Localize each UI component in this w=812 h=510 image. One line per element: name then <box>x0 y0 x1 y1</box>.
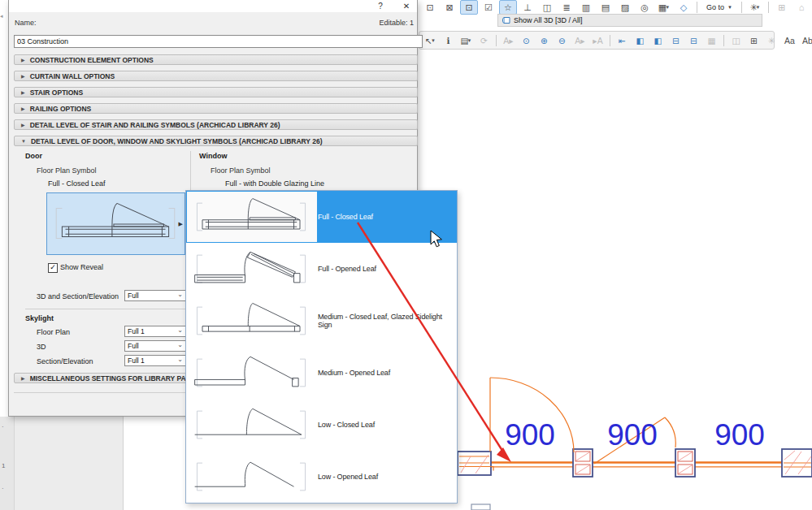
image-dropdown-icon[interactable]: ▦▼ <box>655 0 673 15</box>
find-replace-icon[interactable]: Ab <box>799 33 812 48</box>
toolbar-separator <box>610 35 610 46</box>
skylight-combo-2[interactable]: Full 1 ⌄ <box>124 355 186 366</box>
group-elements-icon[interactable]: ◫ <box>538 0 556 15</box>
select-next-icon[interactable]: A▸ <box>571 33 588 48</box>
dropdown-caret-icon: ▼ <box>665 5 670 10</box>
wall-block-right <box>782 449 812 477</box>
schedule-table-icon[interactable]: ⊞ <box>745 33 762 48</box>
section-bar-3[interactable]: ▶ RAILING OPTIONS <box>14 103 418 114</box>
hatch-icon[interactable]: ▨ <box>616 0 634 15</box>
dashed-grid-icon[interactable]: ▦ <box>703 33 720 48</box>
collapsed-triangle-icon: ▶ <box>21 89 25 95</box>
filter-3d-elements-icon[interactable]: ⊡ <box>460 0 478 15</box>
dropdown-item-preview <box>186 399 318 451</box>
select-previous-icon[interactable]: ▸A <box>589 33 606 48</box>
save-view-icon[interactable]: ▤▼ <box>458 33 475 48</box>
gravity-icon[interactable]: ⊥ <box>519 0 536 15</box>
find-select-icon[interactable]: A▸ <box>500 33 517 48</box>
globe-icon[interactable]: ◎ <box>636 0 654 15</box>
dropdown-item-label: Low - Opened Leaf <box>318 451 457 503</box>
show-reveal-checkbox[interactable]: ✓ <box>48 263 58 273</box>
zoom-rotate-icon[interactable]: ⊕ <box>536 33 553 48</box>
wall-remove-icon[interactable]: ◧ <box>649 33 667 48</box>
dropdown-item-label: Full - Opened Leaf <box>318 243 457 295</box>
camera-icon[interactable]: ▥ <box>577 0 595 15</box>
edit-elements-3d-icon[interactable]: ☑ <box>480 0 497 15</box>
editable-count-label: Editable: 1 <box>379 19 414 27</box>
settings-dropdown-icon[interactable]: ✳▼ <box>746 0 764 15</box>
toolbar-separator <box>723 35 724 46</box>
door-floor-plan-preview[interactable]: ▶ <box>46 192 185 255</box>
zoom-to-selection-icon[interactable]: ⊙ <box>518 33 535 48</box>
section-bar-5[interactable]: ▼ DETAIL LEVEL OF DOOR, WINDOW AND SKYLI… <box>14 136 418 146</box>
panel-mark: · <box>2 423 4 430</box>
line-subtract-icon[interactable]: ⊟ <box>667 33 684 48</box>
toolbar-row-1: ⊡⊠⊡☑☆⊥◫≣▥▤▨◎▦▼◇Go to▼✳▼⊞⌂ <box>421 0 810 15</box>
show-selection-3d-icon[interactable]: ⊡ <box>421 0 439 15</box>
separator-bottom <box>14 392 186 393</box>
zoom-fit-icon[interactable]: ⊖ <box>554 33 571 48</box>
dialog-help-button[interactable]: ? <box>373 1 388 11</box>
dropdown-caret-icon: ▼ <box>467 38 471 43</box>
window-floor-plan-symbol-label: Floor Plan Symbol <box>211 166 271 175</box>
panel-mark-1: 1 <box>2 462 5 469</box>
skylight-combo-1[interactable]: Full ⌄ <box>124 340 186 352</box>
skylight-combo-0[interactable]: Full 1 ⌄ <box>124 326 186 337</box>
favorites-icon[interactable]: ☆ <box>499 0 517 15</box>
section-label: DETAIL LEVEL OF STAIR AND RAILING SYMBOL… <box>30 121 280 129</box>
dropdown-item-full-opened[interactable]: Full - Opened Leaf <box>186 243 457 295</box>
layers-icon[interactable]: ▤ <box>597 0 614 15</box>
panel-mark-2: · <box>2 485 4 492</box>
skylight-row-label-0: Floor Plan <box>37 328 70 336</box>
element-info-icon[interactable]: ℹ <box>440 33 457 48</box>
3d-view-cube-icon[interactable]: ◇ <box>675 0 693 15</box>
name-label: Name: <box>15 19 37 27</box>
window-symbol-dropdown: Full - Closed Leaf Full - Opened Leaf <box>185 190 458 504</box>
door-floor-plan-symbol-label: Floor Plan Symbol <box>37 166 97 175</box>
toolbar-row-2: ↖▼ℹ▤▼⟳A▸⊙⊕⊖A▸▸A⇤◧◧⊟⊟▦◫⊞✳AaAb <box>419 31 775 50</box>
axonometry-icon[interactable]: ⊞ <box>773 0 791 15</box>
dropdown-item-medium-closed[interactable]: Medium - Closed Leaf, Glazed Sidelight S… <box>186 295 457 347</box>
dropdown-item-low-opened[interactable]: Low - Opened Leaf <box>186 451 457 503</box>
dialog-close-button[interactable]: ✕ <box>399 1 414 11</box>
find-text-icon[interactable]: Aa <box>781 33 798 48</box>
stories-icon[interactable]: ≣ <box>558 0 575 15</box>
show-marquee-3d-icon[interactable]: ⊠ <box>441 0 458 15</box>
arrow-tool-icon[interactable]: ↖▼ <box>422 33 439 48</box>
dimension-900-3: 900 <box>714 418 765 452</box>
section-bar-1[interactable]: ▶ CURTAIN WALL OPTIONS <box>14 71 418 81</box>
background-left-strip: · 1 · <box>0 417 15 510</box>
dropdown-item-low-closed[interactable]: Low - Closed Leaf <box>186 399 457 451</box>
wall-priority-icon[interactable]: ⇤ <box>614 33 631 48</box>
collapsed-triangle-icon: ▶ <box>21 106 25 111</box>
name-input[interactable] <box>14 35 423 48</box>
separator <box>25 309 186 309</box>
line-subtract-alt-icon[interactable]: ⊟ <box>685 33 702 48</box>
confirm-panel-icon[interactable]: ◫ <box>727 33 745 48</box>
door-3d-section-combo[interactable]: Full ⌄ <box>124 290 186 301</box>
dropdown-caret-icon: ▼ <box>756 5 761 10</box>
dropdown-item-medium-opened[interactable]: Medium - Opened Leaf <box>186 347 457 399</box>
section-bar-4[interactable]: ▶ DETAIL LEVEL OF STAIR AND RAILING SYMB… <box>14 119 418 130</box>
gear-faint-icon[interactable]: ✳ <box>763 33 780 48</box>
show-all-3d-bar[interactable]: Show All 3D [3D / All] <box>497 14 762 27</box>
refresh-icon[interactable]: ⟳ <box>475 33 493 48</box>
background-left-panel: · 1 · <box>0 417 124 510</box>
home-view-icon[interactable]: ⌂ <box>792 0 810 15</box>
dropdown-item-full-closed[interactable]: Full - Closed Leaf <box>186 191 457 243</box>
toolbar-separator <box>496 35 497 46</box>
preview-expander-icon[interactable]: ▶ <box>179 221 183 227</box>
skylight-row-label-2: Section/Elevation <box>37 357 93 365</box>
go-to-button[interactable]: Go to▼ <box>701 1 737 14</box>
door-3d-section-label: 3D and Section/Elevation <box>37 292 119 300</box>
chevron-down-icon: ⌄ <box>177 356 183 363</box>
dropdown-item-preview <box>186 243 318 295</box>
wall-warning-icon[interactable]: ◧ <box>632 33 649 48</box>
panel-collapse-arrow-icon[interactable]: ◂ <box>0 13 3 19</box>
toolbar-separator <box>741 2 742 13</box>
door-3d-section-value: Full <box>128 292 139 300</box>
section-bar-0[interactable]: ▶ CONSTRUCTION ELEMENT OPTIONS <box>14 54 418 65</box>
chevron-down-icon: ⌄ <box>177 291 183 298</box>
expanded-triangle-icon: ▼ <box>21 139 26 144</box>
section-bar-2[interactable]: ▶ STAIR OPTIONS <box>14 87 418 97</box>
